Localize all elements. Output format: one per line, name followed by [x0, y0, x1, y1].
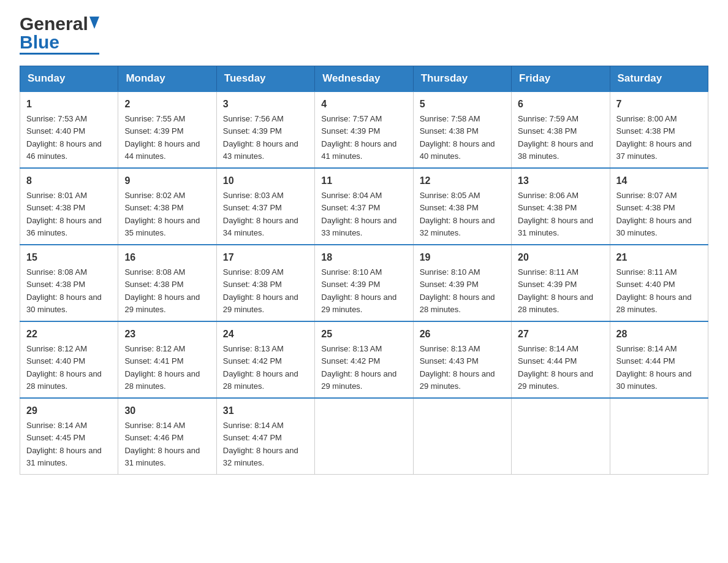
week-row-4: 22Sunrise: 8:12 AMSunset: 4:40 PMDayligh…: [20, 321, 708, 398]
day-info: Sunrise: 8:08 AMSunset: 4:38 PMDaylight:…: [124, 267, 200, 314]
day-number: 20: [518, 250, 603, 265]
day-info: Sunrise: 8:03 AMSunset: 4:37 PMDaylight:…: [223, 191, 298, 237]
day-info: Sunrise: 7:53 AMSunset: 4:40 PMDaylight:…: [26, 114, 102, 161]
day-number: 26: [420, 327, 505, 342]
day-number: 5: [420, 97, 505, 112]
calendar-cell: 26Sunrise: 8:13 AMSunset: 4:43 PMDayligh…: [413, 321, 511, 398]
calendar-cell: 13Sunrise: 8:06 AMSunset: 4:38 PMDayligh…: [512, 168, 610, 245]
calendar-cell: 1Sunrise: 7:53 AMSunset: 4:40 PMDaylight…: [20, 91, 118, 168]
weekday-header-row: SundayMondayTuesdayWednesdayThursdayFrid…: [20, 66, 708, 92]
day-number: 12: [420, 174, 505, 188]
weekday-header-saturday: Saturday: [610, 66, 708, 92]
calendar-cell: 20Sunrise: 8:11 AMSunset: 4:39 PMDayligh…: [512, 245, 610, 321]
day-number: 14: [616, 174, 702, 188]
day-info: Sunrise: 8:09 AMSunset: 4:38 PMDaylight:…: [223, 267, 298, 314]
day-number: 22: [26, 327, 112, 342]
day-number: 9: [124, 174, 210, 188]
page-header: General Blue: [20, 15, 708, 55]
day-number: 7: [616, 97, 702, 112]
weekday-header-wednesday: Wednesday: [315, 66, 413, 92]
day-number: 4: [321, 97, 406, 112]
day-info: Sunrise: 8:00 AMSunset: 4:38 PMDaylight:…: [616, 114, 692, 161]
svg-marker-0: [89, 17, 99, 29]
week-row-2: 8Sunrise: 8:01 AMSunset: 4:38 PMDaylight…: [20, 168, 708, 245]
day-number: 19: [420, 250, 505, 265]
day-number: 21: [616, 250, 702, 265]
week-row-5: 29Sunrise: 8:14 AMSunset: 4:45 PMDayligh…: [20, 398, 708, 475]
day-info: Sunrise: 8:11 AMSunset: 4:39 PMDaylight:…: [518, 267, 593, 314]
calendar-cell: 21Sunrise: 8:11 AMSunset: 4:40 PMDayligh…: [610, 245, 708, 321]
day-info: Sunrise: 8:14 AMSunset: 4:46 PMDaylight:…: [124, 421, 200, 467]
day-number: 29: [26, 404, 112, 418]
day-info: Sunrise: 8:08 AMSunset: 4:38 PMDaylight:…: [26, 267, 102, 314]
calendar-cell: [315, 398, 413, 475]
logo: General Blue: [20, 15, 99, 55]
calendar-cell: 3Sunrise: 7:56 AMSunset: 4:39 PMDaylight…: [216, 91, 314, 168]
day-number: 25: [321, 327, 406, 342]
calendar-cell: 18Sunrise: 8:10 AMSunset: 4:39 PMDayligh…: [315, 245, 413, 321]
logo-triangle-icon: [89, 17, 99, 31]
day-number: 28: [616, 327, 702, 342]
calendar-cell: 12Sunrise: 8:05 AMSunset: 4:38 PMDayligh…: [413, 168, 511, 245]
day-info: Sunrise: 7:57 AMSunset: 4:39 PMDaylight:…: [321, 114, 396, 161]
calendar-cell: 8Sunrise: 8:01 AMSunset: 4:38 PMDaylight…: [20, 168, 118, 245]
calendar-cell: 23Sunrise: 8:12 AMSunset: 4:41 PMDayligh…: [118, 321, 216, 398]
day-info: Sunrise: 8:05 AMSunset: 4:38 PMDaylight:…: [420, 191, 495, 237]
logo-general-text: General: [20, 15, 88, 33]
day-number: 15: [26, 250, 112, 265]
weekday-header-monday: Monday: [118, 66, 216, 92]
day-info: Sunrise: 8:04 AMSunset: 4:37 PMDaylight:…: [321, 191, 396, 237]
week-row-1: 1Sunrise: 7:53 AMSunset: 4:40 PMDaylight…: [20, 91, 708, 168]
weekday-header-thursday: Thursday: [413, 66, 511, 92]
day-info: Sunrise: 8:06 AMSunset: 4:38 PMDaylight:…: [518, 191, 593, 237]
day-info: Sunrise: 8:13 AMSunset: 4:42 PMDaylight:…: [223, 344, 298, 391]
calendar-cell: 17Sunrise: 8:09 AMSunset: 4:38 PMDayligh…: [216, 245, 314, 321]
logo-blue-row: Blue: [20, 33, 99, 55]
calendar-cell: 5Sunrise: 7:58 AMSunset: 4:38 PMDaylight…: [413, 91, 511, 168]
calendar-cell: 22Sunrise: 8:12 AMSunset: 4:40 PMDayligh…: [20, 321, 118, 398]
calendar-cell: 15Sunrise: 8:08 AMSunset: 4:38 PMDayligh…: [20, 245, 118, 321]
day-number: 27: [518, 327, 603, 342]
day-number: 18: [321, 250, 406, 265]
day-number: 3: [223, 97, 308, 112]
day-info: Sunrise: 7:59 AMSunset: 4:38 PMDaylight:…: [518, 114, 593, 161]
day-info: Sunrise: 8:02 AMSunset: 4:38 PMDaylight:…: [124, 191, 200, 237]
week-row-3: 15Sunrise: 8:08 AMSunset: 4:38 PMDayligh…: [20, 245, 708, 321]
weekday-header-sunday: Sunday: [20, 66, 118, 92]
calendar-cell: 14Sunrise: 8:07 AMSunset: 4:38 PMDayligh…: [610, 168, 708, 245]
calendar-cell: 19Sunrise: 8:10 AMSunset: 4:39 PMDayligh…: [413, 245, 511, 321]
day-number: 30: [124, 404, 210, 418]
day-number: 31: [223, 404, 308, 418]
day-number: 2: [124, 97, 210, 112]
day-info: Sunrise: 7:56 AMSunset: 4:39 PMDaylight:…: [223, 114, 298, 161]
calendar-cell: 27Sunrise: 8:14 AMSunset: 4:44 PMDayligh…: [512, 321, 610, 398]
calendar-cell: 11Sunrise: 8:04 AMSunset: 4:37 PMDayligh…: [315, 168, 413, 245]
day-number: 11: [321, 174, 406, 188]
day-number: 16: [124, 250, 210, 265]
day-info: Sunrise: 8:13 AMSunset: 4:42 PMDaylight:…: [321, 344, 396, 391]
day-info: Sunrise: 8:14 AMSunset: 4:44 PMDaylight:…: [616, 344, 692, 391]
day-info: Sunrise: 8:12 AMSunset: 4:41 PMDaylight:…: [124, 344, 200, 391]
calendar-cell: 16Sunrise: 8:08 AMSunset: 4:38 PMDayligh…: [118, 245, 216, 321]
day-info: Sunrise: 8:12 AMSunset: 4:40 PMDaylight:…: [26, 344, 102, 391]
calendar-cell: 9Sunrise: 8:02 AMSunset: 4:38 PMDaylight…: [118, 168, 216, 245]
day-info: Sunrise: 7:55 AMSunset: 4:39 PMDaylight:…: [124, 114, 200, 161]
day-info: Sunrise: 8:01 AMSunset: 4:38 PMDaylight:…: [26, 191, 102, 237]
weekday-header-friday: Friday: [512, 66, 610, 92]
calendar-table: SundayMondayTuesdayWednesdayThursdayFrid…: [20, 66, 708, 475]
day-info: Sunrise: 8:10 AMSunset: 4:39 PMDaylight:…: [420, 267, 495, 314]
day-number: 8: [26, 174, 112, 188]
calendar-cell: 7Sunrise: 8:00 AMSunset: 4:38 PMDaylight…: [610, 91, 708, 168]
calendar-cell: 25Sunrise: 8:13 AMSunset: 4:42 PMDayligh…: [315, 321, 413, 398]
day-number: 23: [124, 327, 210, 342]
day-info: Sunrise: 8:07 AMSunset: 4:38 PMDaylight:…: [616, 191, 692, 237]
day-number: 6: [518, 97, 603, 112]
logo-brand: General: [20, 15, 99, 33]
day-number: 10: [223, 174, 308, 188]
calendar-cell: [610, 398, 708, 475]
day-info: Sunrise: 8:14 AMSunset: 4:44 PMDaylight:…: [518, 344, 593, 391]
calendar-cell: 10Sunrise: 8:03 AMSunset: 4:37 PMDayligh…: [216, 168, 314, 245]
calendar-cell: 2Sunrise: 7:55 AMSunset: 4:39 PMDaylight…: [118, 91, 216, 168]
day-number: 1: [26, 97, 112, 112]
day-info: Sunrise: 8:14 AMSunset: 4:45 PMDaylight:…: [26, 421, 102, 467]
